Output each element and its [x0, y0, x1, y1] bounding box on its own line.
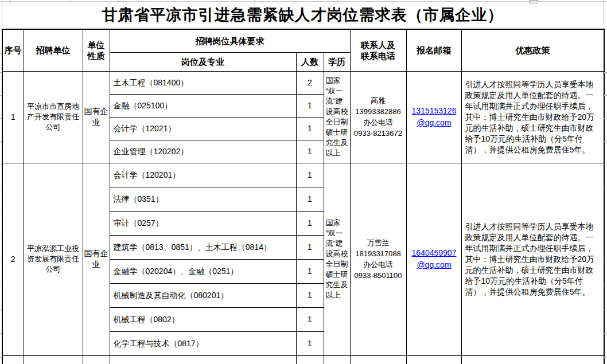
empty-cell — [83, 355, 110, 364]
spreadsheet-sheet: 甘肃省平凉市引进急需紧缺人才岗位需求表（市属企业） 序号 招聘单位 单位性质 招… — [0, 0, 607, 364]
page-title: 甘肃省平凉市引进急需紧缺人才岗位需求表（市属企业） — [2, 5, 604, 25]
grid-tick — [337, 0, 338, 3]
col-header-email: 报名邮箱 — [406, 29, 461, 71]
grid-tick — [0, 213, 2, 213]
col-header-policy: 优惠政策 — [461, 29, 604, 71]
empty-cell — [324, 355, 350, 364]
position-cell: 土木工程（081400） — [110, 71, 296, 94]
table-row: 1平凉市市直房地产开发有限责任公司国有企业土木工程（081400）2国家“双一流… — [2, 71, 604, 94]
empty-cell — [406, 355, 461, 364]
header-row-top: 序号 招聘单位 单位性质 招聘岗位具体要求 联系人及联系电话 报名邮箱 优惠政策 — [2, 29, 604, 52]
nature-cell: 国有企业 — [83, 71, 110, 163]
grid-tick — [0, 72, 2, 73]
grid-tick — [0, 333, 2, 334]
position-cell: 金融学（020204）、金融（0251） — [110, 259, 296, 283]
grid-tick — [604, 95, 607, 96]
col-header-position: 岗位及专业 — [110, 52, 296, 71]
grid-tick — [0, 237, 2, 237]
grid-tick — [604, 333, 607, 334]
grid-tick — [0, 357, 2, 358]
nature-cell: 国有企业 — [83, 163, 110, 355]
count-cell: 1 — [296, 94, 324, 117]
grid-tick — [604, 309, 607, 310]
education-cell: 国家“双一流”建设高校全日制硕士研究生及以上 — [324, 163, 350, 355]
gridline-top — [0, 1, 607, 2]
grid-tick — [604, 72, 607, 73]
grid-tick — [604, 261, 607, 261]
position-cell: 建筑学（0813、0851）、土木工程（0814） — [110, 235, 296, 259]
contact-line: 高雅 — [351, 95, 406, 106]
email-link[interactable]: 1315153126@qq.com — [408, 105, 460, 129]
grid-tick — [0, 309, 2, 310]
empty-cell — [350, 355, 406, 364]
contact-cell: 万雪兰18193317088办公电话0933-8501100 — [350, 163, 406, 355]
column-header-stub — [529, 0, 538, 3]
col-header-employer: 招聘单位 — [24, 29, 83, 71]
table-header: 序号 招聘单位 单位性质 招聘岗位具体要求 联系人及联系电话 报名邮箱 优惠政策… — [2, 29, 604, 71]
email-cell: 1315153126@qq.com — [406, 71, 461, 163]
contact-line: 18193317088 — [351, 248, 406, 259]
grid-tick — [254, 0, 255, 3]
grid-tick — [604, 213, 607, 213]
contact-line: 0933-8501100 — [351, 270, 406, 281]
count-cell: 1 — [296, 235, 324, 259]
position-cell: 会计学（120201） — [110, 163, 296, 187]
grid-tick — [604, 237, 607, 237]
position-cell: 化学工程与技术（0817） — [110, 331, 296, 355]
col-header-nature: 单位性质 — [83, 29, 110, 71]
position-cell: 审计（0257） — [110, 211, 296, 235]
grid-tick — [604, 357, 607, 358]
grid-tick — [10, 0, 11, 3]
contact-line: 13993382886 — [351, 106, 406, 117]
count-cell: 1 — [296, 211, 324, 235]
count-cell: 1 — [296, 259, 324, 283]
count-cell: 1 — [296, 307, 324, 331]
grid-tick — [604, 118, 607, 119]
grid-tick — [604, 165, 607, 165]
contact-cell: 高雅13993382886办公电话0933-8213672 — [350, 71, 406, 163]
count-cell: 1 — [296, 163, 324, 187]
position-cell: 金融（025100） — [110, 94, 296, 117]
empty-cell — [461, 355, 604, 364]
serial-cell: 2 — [2, 163, 24, 355]
position-cell: 机械工程（0802） — [110, 307, 296, 331]
grid-tick — [604, 285, 607, 285]
col-header-count: 人数 — [296, 52, 324, 71]
col-header-requirements: 招聘岗位具体要求 — [110, 29, 350, 52]
contact-line: 办公电话 — [351, 259, 406, 270]
count-cell: 1 — [296, 331, 324, 355]
employer-cell: 平凉泓源工业投资发展有限责任公司 — [24, 163, 83, 355]
employer-cell: 平凉市市直房地产开发有限责任公司 — [24, 71, 83, 163]
empty-cell — [110, 355, 296, 364]
empty-cell — [296, 355, 324, 364]
grid-tick — [0, 189, 2, 189]
contact-line: 0933-8213672 — [351, 128, 406, 139]
grid-tick — [0, 285, 2, 285]
count-cell: 2 — [296, 71, 324, 94]
empty-cell — [2, 355, 24, 364]
count-cell: 1 — [296, 187, 324, 211]
count-cell: 1 — [296, 283, 324, 307]
table-row: 2平凉泓源工业投资发展有限责任公司国有企业会计学（120201）1国家“双一流”… — [2, 163, 604, 187]
grid-tick — [0, 95, 2, 96]
count-cell: 1 — [296, 140, 324, 163]
position-cell: 法律（0351） — [110, 187, 296, 211]
email-cell: 1640459907@qq.com — [406, 163, 461, 355]
policy-cell: 引进人才按照同等学历人员享受本地政策规定及用人单位配套的待遇。一年试用期满并正式… — [461, 163, 604, 355]
grid-tick — [604, 189, 607, 189]
email-link[interactable]: 1640459907@qq.com — [408, 247, 460, 271]
grid-tick — [604, 141, 607, 142]
policy-cell: 引进人才按照同等学历人员享受本地政策规定及用人单位配套的待遇。一年试用期满并正式… — [461, 71, 604, 163]
col-header-education: 学历 — [324, 52, 350, 71]
grid-tick — [0, 261, 2, 261]
col-header-contact: 联系人及联系电话 — [350, 29, 406, 71]
contact-line: 办公电话 — [351, 117, 406, 128]
job-table-body: 1平凉市市直房地产开发有限责任公司国有企业土木工程（081400）2国家“双一流… — [2, 71, 604, 364]
position-cell: 机械制造及其自动化（080201） — [110, 283, 296, 307]
col-header-serial: 序号 — [2, 29, 24, 71]
table-row-partial — [2, 355, 604, 364]
position-cell: 会计学（12021） — [110, 117, 296, 140]
empty-cell — [24, 355, 83, 364]
job-demand-table: 序号 招聘单位 单位性质 招聘岗位具体要求 联系人及联系电话 报名邮箱 优惠政策… — [2, 29, 605, 364]
position-cell: 企业管理（120202） — [110, 140, 296, 163]
